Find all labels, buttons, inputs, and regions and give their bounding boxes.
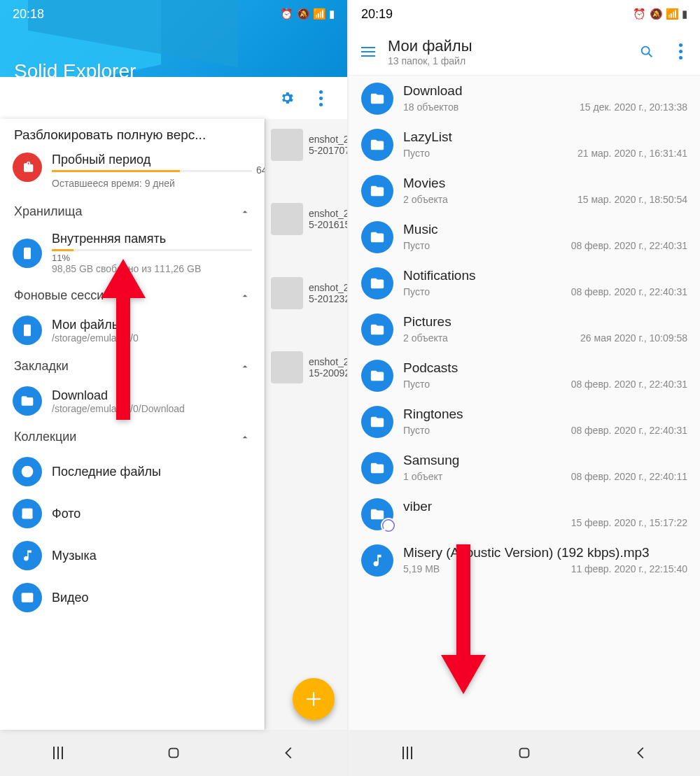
search-icon	[639, 44, 654, 59]
file-date: 11 февр. 2020 г., 22:15:40	[571, 563, 687, 574]
left-header: 20:18 ⏰ 🔕 📶 ▮ Solid Explorer	[0, 0, 347, 119]
status-bar-right: 20:19 ⏰ 🔕 📶 ▮	[349, 0, 700, 28]
back-icon	[281, 745, 297, 761]
bg-file-item[interactable]: enshot_2025-201615_...	[268, 196, 344, 242]
status-icons: ⏰ 🔕 📶 ▮	[280, 8, 335, 20]
chevron-up-icon	[239, 432, 251, 443]
file-row[interactable]: Download 18 объектов15 дек. 2020 г., 20:…	[349, 76, 700, 122]
folder-icon	[361, 221, 393, 253]
file-row[interactable]: Samsung 1 объект08 февр. 2020 г., 22:40:…	[349, 445, 700, 491]
file-date: 21 мар. 2020 г., 16:31:41	[578, 148, 687, 159]
file-name: LazyList	[403, 129, 687, 146]
collection-music[interactable]: Музыка	[0, 535, 265, 577]
status-bar-left: 20:18 ⏰ 🔕 📶 ▮	[0, 0, 347, 28]
file-name: Ringtones	[403, 406, 687, 423]
music-file-icon	[361, 544, 393, 577]
file-row[interactable]: Notifications Пусто08 февр. 2020 г., 22:…	[349, 260, 700, 306]
chevron-up-icon	[239, 290, 251, 302]
file-row[interactable]: Misery (Acoustic Version) (192 kbps).mp3…	[349, 537, 700, 584]
phone-left: 20:18 ⏰ 🔕 📶 ▮ Solid Explorer enshot_2025…	[0, 0, 347, 776]
nav-bar-right	[349, 730, 700, 776]
bag-icon	[20, 160, 34, 174]
nav-home[interactable]	[503, 742, 545, 763]
folder-icon	[13, 386, 42, 416]
file-sub: 18 объектов	[403, 101, 458, 113]
search-button[interactable]	[633, 38, 661, 66]
page-subtitle: 13 папок, 1 файл	[388, 55, 627, 66]
file-name: Podcasts	[403, 360, 687, 376]
file-thumbnail	[271, 203, 303, 235]
collection-video[interactable]: Видео	[0, 577, 265, 619]
bg-file-item[interactable]: enshot_2015-20092...	[268, 344, 344, 390]
file-row[interactable]: LazyList Пусто21 мар. 2020 г., 16:31:41	[349, 122, 700, 168]
file-date: 08 февр. 2020 г., 22:40:31	[571, 425, 687, 436]
hamburger-button[interactable]	[354, 38, 382, 66]
bg-file-item[interactable]: enshot_2025-201707_...	[268, 122, 344, 168]
nav-back[interactable]	[620, 742, 662, 763]
nav-bar-left	[0, 730, 347, 776]
music-icon	[13, 541, 42, 570]
settings-button[interactable]	[273, 84, 301, 112]
file-row[interactable]: viber 15 февр. 2020 г., 15:17:22	[349, 491, 700, 537]
section-storages[interactable]: Хранилища	[0, 197, 265, 226]
nav-home[interactable]	[153, 742, 195, 763]
bg-file-item[interactable]: enshot_2025-201232_...	[268, 270, 344, 316]
file-sub: 2 объекта	[403, 332, 448, 344]
fab-add-button[interactable]	[293, 678, 335, 720]
file-row[interactable]: Movies 2 объекта15 мар. 2020 г., 18:50:5…	[349, 168, 700, 214]
collection-recent[interactable]: Последние файлы	[0, 451, 265, 493]
trial-percent: 64%	[256, 164, 265, 176]
back-icon	[634, 745, 649, 761]
trial-icon	[13, 153, 42, 182]
folder-icon	[361, 83, 393, 115]
trial-row[interactable]: Пробный период 64% Оставшееся время: 9 д…	[0, 150, 265, 197]
section-bookmarks[interactable]: Закладки	[0, 352, 265, 381]
status-icons: ⏰ 🔕 📶 ▮	[633, 8, 687, 20]
file-sub: 2 объекта	[403, 194, 448, 205]
file-sub: Пусто	[403, 240, 430, 251]
nav-back[interactable]	[268, 742, 310, 763]
trial-title: Пробный период	[52, 153, 252, 167]
nav-recents[interactable]	[386, 742, 428, 763]
section-collections[interactable]: Коллекции	[0, 423, 265, 451]
status-time: 20:19	[361, 7, 393, 22]
file-name: Download	[403, 83, 687, 99]
file-row[interactable]: Ringtones Пусто08 февр. 2020 г., 22:40:3…	[349, 399, 700, 445]
right-header: Мои файлы 13 папок, 1 файл	[349, 28, 700, 76]
phone-right: 20:19 ⏰ 🔕 📶 ▮ Мои файлы 13 папок, 1 файл…	[349, 0, 700, 776]
file-sub: 5,19 MB	[403, 563, 440, 574]
file-date: 15 февр. 2020 г., 15:17:22	[571, 517, 687, 528]
bookmark-download[interactable]: Download /storage/emulated/0/Download	[0, 381, 265, 423]
folder-icon	[361, 267, 393, 299]
session-myfiles[interactable]: Мои файлы /storage/emulated/0	[0, 310, 265, 352]
file-date: 15 дек. 2020 г., 20:13:38	[580, 101, 687, 113]
folder-icon	[361, 498, 393, 530]
folder-icon	[361, 129, 393, 161]
storage-internal[interactable]: Внутренняя память 11% 98,85 GB свободно …	[0, 226, 265, 281]
header-title-block: Мои файлы 13 папок, 1 файл	[388, 37, 627, 66]
section-bg-sessions[interactable]: Фоновые сесси	[0, 281, 265, 310]
file-date: 15 мар. 2020 г., 18:50:54	[578, 194, 687, 205]
file-name: Music	[403, 221, 687, 238]
file-sub: Пусто	[403, 379, 430, 390]
file-list[interactable]: Download 18 объектов15 дек. 2020 г., 20:…	[349, 76, 700, 730]
svg-rect-8	[169, 749, 178, 758]
file-name: viber	[403, 498, 687, 515]
trial-remaining: Оставшееся время: 9 дней	[52, 178, 252, 189]
file-row[interactable]: Pictures 2 объекта26 мая 2020 г., 10:09:…	[349, 306, 700, 353]
overflow-button[interactable]	[666, 38, 694, 66]
folder-icon	[361, 406, 393, 438]
nav-recents[interactable]	[37, 742, 79, 763]
file-name: Samsung	[403, 452, 687, 469]
overflow-button[interactable]	[307, 84, 335, 112]
unlock-full-version[interactable]: Разблокировать полную верс...	[0, 119, 265, 150]
file-row[interactable]: Music Пусто08 февр. 2020 г., 22:40:31	[349, 214, 700, 260]
file-thumbnail	[271, 351, 303, 383]
folder-icon	[361, 452, 393, 484]
gear-icon	[279, 90, 295, 106]
file-name: Misery (Acoustic Version) (192 kbps).mp3	[403, 544, 687, 561]
file-thumbnail	[271, 277, 303, 309]
file-row[interactable]: Podcasts Пусто08 февр. 2020 г., 22:40:31	[349, 353, 700, 399]
collection-photo[interactable]: Фото	[0, 493, 265, 535]
folder-icon	[361, 360, 393, 392]
